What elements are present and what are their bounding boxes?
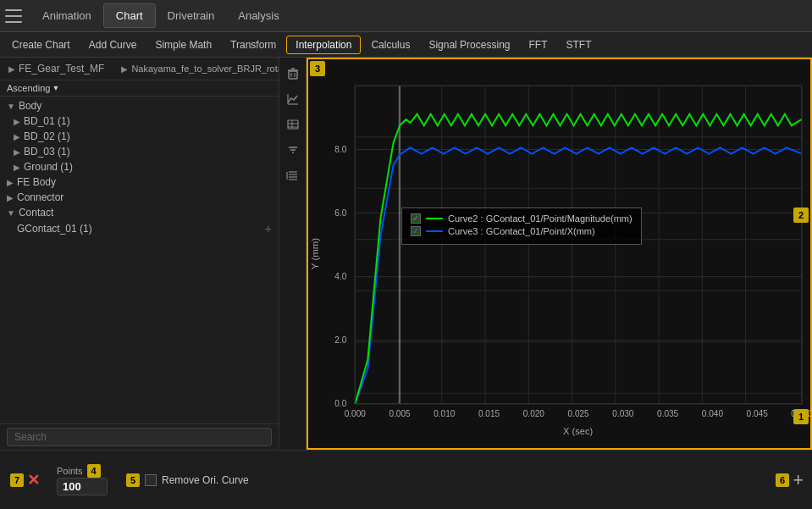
nav-tab-drivetrain[interactable]: Drivetrain bbox=[156, 4, 227, 27]
badge-4: 4 bbox=[87, 464, 101, 478]
chart-toolbar: Create Chart Add Curve Simple Math Trans… bbox=[0, 32, 812, 58]
simple-math-button[interactable]: Simple Math bbox=[146, 36, 220, 53]
sort-label: Ascending bbox=[7, 83, 50, 93]
nav-tab-chart[interactable]: Chart bbox=[103, 3, 156, 28]
close-button[interactable]: ✕ bbox=[27, 471, 40, 490]
search-input[interactable] bbox=[7, 428, 272, 446]
legend-check-curve2[interactable]: ✓ bbox=[411, 213, 421, 224]
legend-box: ✓ Curve2 : GContact_01/Point/Magnitude(m… bbox=[401, 207, 642, 245]
tree-node-bd01[interactable]: ▶ BD_01 (1) bbox=[0, 113, 279, 129]
tree-bullet: ▶ bbox=[14, 117, 20, 126]
sort-dropdown[interactable]: Ascending ▼ bbox=[7, 83, 59, 93]
tree-label: BD_01 (1) bbox=[24, 115, 70, 127]
expand-icon: ▼ bbox=[7, 102, 15, 111]
remove-ori-section: 5 Remove Ori. Curve bbox=[124, 473, 249, 487]
tree-node-contact[interactable]: ▼ Contact bbox=[0, 205, 279, 220]
chevron-right-icon2: ▶ bbox=[121, 64, 128, 74]
svg-text:0.040: 0.040 bbox=[702, 409, 723, 418]
chart-area: 3 Y (mm) bbox=[307, 58, 812, 450]
search-bar bbox=[0, 423, 279, 450]
svg-text:8.0: 8.0 bbox=[334, 144, 346, 153]
tree-node-fe-body[interactable]: ▶ FE Body bbox=[0, 174, 279, 190]
line-chart-icon[interactable] bbox=[282, 88, 304, 110]
tree-container: ▼ Body ▶ BD_01 (1) ▶ BD_02 (1) ▶ BD_03 (… bbox=[0, 97, 279, 423]
panel-tab-label: FE_Gear_Test_MF bbox=[19, 63, 104, 75]
svg-text:Y (mm): Y (mm) bbox=[310, 238, 320, 270]
left-panel: ▶ FE_Gear_Test_MF ▶ Nakayama_fe_to_solve… bbox=[0, 58, 279, 450]
nav-tab-animation[interactable]: Animation bbox=[30, 4, 103, 27]
interpolation-button[interactable]: Interpolation bbox=[286, 36, 361, 54]
svg-text:X (sec): X (sec) bbox=[563, 426, 593, 436]
svg-text:0.025: 0.025 bbox=[568, 409, 589, 418]
tree-label: GContact_01 (1) bbox=[17, 223, 92, 235]
svg-text:4.0: 4.0 bbox=[334, 272, 346, 281]
list-icon[interactable] bbox=[282, 164, 304, 186]
legend-label-curve2: Curve2 : GContact_01/Point/Magnitude(mm) bbox=[448, 213, 632, 224]
badge-6: 6 bbox=[776, 473, 789, 487]
bottom-bar: 7 ✕ Points 4 5 Remove Ori. Curve 6 + bbox=[0, 450, 812, 509]
legend-item-curve3: ✓ Curve3 : GContact_01/Point/X(mm) bbox=[411, 226, 632, 236]
tree-label: Ground (1) bbox=[24, 161, 73, 173]
tree-bullet3: ▶ bbox=[14, 147, 20, 157]
svg-text:6.0: 6.0 bbox=[334, 207, 346, 217]
expand-icon3: ▶ bbox=[7, 193, 14, 202]
transform-button[interactable]: Transform bbox=[222, 36, 284, 53]
svg-text:0.010: 0.010 bbox=[434, 409, 455, 418]
tree-label: Contact bbox=[19, 207, 53, 219]
fft-button[interactable]: FFT bbox=[520, 36, 555, 53]
tree-node-bd03[interactable]: ▶ BD_03 (1) bbox=[0, 144, 279, 159]
svg-text:0.020: 0.020 bbox=[523, 409, 544, 418]
svg-text:0.0: 0.0 bbox=[334, 399, 346, 408]
legend-check-curve3[interactable]: ✓ bbox=[411, 226, 421, 236]
tree-node-body[interactable]: ▼ Body bbox=[0, 98, 279, 113]
legend-label-curve3: Curve3 : GContact_01/Point/X(mm) bbox=[448, 226, 595, 236]
points-label: Points bbox=[57, 466, 83, 476]
main-content: ▶ FE_Gear_Test_MF ▶ Nakayama_fe_to_solve… bbox=[0, 58, 812, 450]
expand-icon4: ▼ bbox=[7, 208, 15, 218]
delete-icon[interactable] bbox=[282, 63, 304, 85]
tree-node-ground[interactable]: ▶ Ground (1) bbox=[0, 159, 279, 174]
panel-sort-bar: Ascending ▼ bbox=[0, 80, 279, 97]
badge-3: 3 bbox=[310, 61, 325, 76]
svg-text:0.000: 0.000 bbox=[345, 409, 366, 418]
tree-bullet2: ▶ bbox=[14, 132, 20, 141]
legend-item-curve2: ✓ Curve2 : GContact_01/Point/Magnitude(m… bbox=[411, 213, 632, 224]
tree-node-gcontact01[interactable]: GContact_01 (1) + bbox=[0, 220, 279, 237]
create-chart-button[interactable]: Create Chart bbox=[3, 36, 79, 53]
badge-1: 1 bbox=[793, 409, 809, 424]
tree-label: Body bbox=[19, 100, 41, 112]
hamburger-menu-icon[interactable] bbox=[5, 9, 22, 23]
tree-node-connector[interactable]: ▶ Connector bbox=[0, 190, 279, 205]
add-button[interactable]: + bbox=[793, 469, 804, 491]
legend-color-curve2 bbox=[426, 218, 443, 219]
tree-node-bd02[interactable]: ▶ BD_02 (1) bbox=[0, 129, 279, 144]
svg-text:0.015: 0.015 bbox=[478, 409, 500, 418]
points-section: Points 4 bbox=[57, 464, 108, 495]
stft-button[interactable]: STFT bbox=[557, 36, 599, 53]
add-small-icon[interactable]: + bbox=[265, 222, 272, 235]
svg-text:0.035: 0.035 bbox=[657, 409, 678, 418]
tree-label: BD_02 (1) bbox=[24, 130, 70, 142]
filter-icon[interactable] bbox=[282, 139, 304, 161]
panel-tab-fe-gear[interactable]: ▶ FE_Gear_Test_MF bbox=[0, 58, 113, 80]
svg-text:2.0: 2.0 bbox=[334, 335, 346, 345]
panel-tab-nakayama[interactable]: ▶ Nakayama_fe_to_solver_BRJR_rotation_1 … bbox=[113, 58, 279, 80]
badge-5: 5 bbox=[126, 473, 140, 487]
top-navigation: Animation Chart Drivetrain Analysis bbox=[0, 0, 812, 32]
svg-text:0.005: 0.005 bbox=[389, 409, 410, 418]
signal-processing-button[interactable]: Signal Processing bbox=[420, 36, 518, 53]
calculus-button[interactable]: Calculus bbox=[362, 36, 418, 53]
legend-color-curve3 bbox=[426, 230, 443, 232]
remove-ori-checkbox[interactable] bbox=[145, 474, 157, 486]
add-curve-button[interactable]: Add Curve bbox=[80, 36, 146, 53]
nav-tab-analysis[interactable]: Analysis bbox=[226, 4, 290, 27]
panel-tab-label2: Nakayama_fe_to_solver_BRJR_rotation_1 bbox=[131, 64, 279, 74]
tree-label: Connector bbox=[17, 191, 64, 203]
badge-7: 7 bbox=[10, 473, 24, 487]
badge-2: 2 bbox=[793, 207, 809, 223]
svg-text:0.045: 0.045 bbox=[747, 409, 768, 418]
points-input[interactable] bbox=[57, 478, 108, 495]
table-icon[interactable] bbox=[282, 113, 304, 136]
tree-label: FE Body bbox=[17, 176, 56, 188]
panel-file-tabs: ▶ FE_Gear_Test_MF ▶ Nakayama_fe_to_solve… bbox=[0, 58, 279, 80]
